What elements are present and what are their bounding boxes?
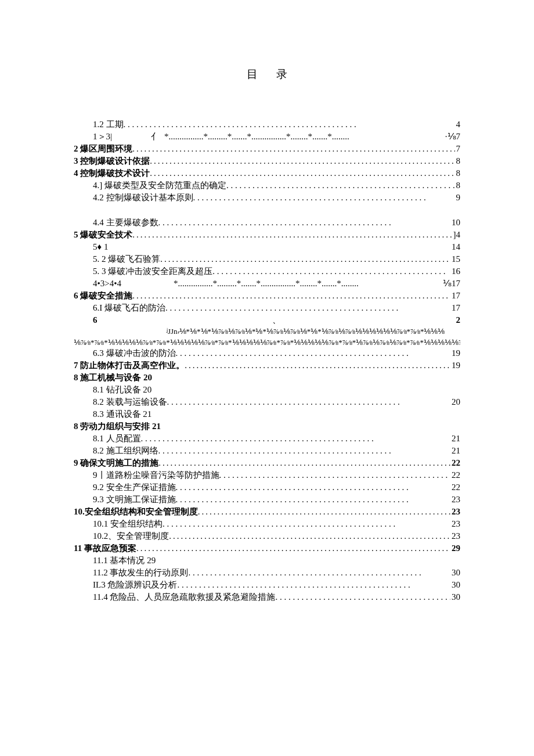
toc-leader [219, 471, 451, 480]
toc-page-num: 17 [450, 304, 460, 312]
toc-entry: 11.4 危险品、人员应急疏散救援及紧急避险措施 30 [74, 593, 460, 602]
toc-label: 9.3 文明施工保证措施 [93, 495, 176, 504]
toc-leader [150, 157, 454, 165]
toc-label: 10.2、安全管理制度 [93, 532, 169, 541]
toc-label: 9.2 安全生产保证措施 [93, 483, 176, 492]
toc-page-num: ⅟₈17 [442, 279, 460, 288]
toc-page-num: 30 [450, 593, 460, 602]
toc-entry: 5♦ 1 14 [74, 243, 460, 251]
toc-page-num: 20 [450, 398, 460, 406]
toc-label: 8 劳动力组织与安排 21 [74, 422, 161, 431]
toc-page-num: 8 [455, 181, 461, 190]
toc-entry: 4.4 主要爆破参数 10 [74, 218, 460, 227]
toc-label: 8.3 通讯设备 21 [93, 410, 151, 419]
toc-entry: 4.] 爆破类型及安全防范重点的确定 8 [74, 181, 460, 190]
toc-leader [158, 459, 450, 467]
toc-leader [169, 532, 450, 541]
toc-page-num: 23 [450, 507, 460, 516]
toc-label: 4.2 控制爆破设计基本原则 [93, 193, 193, 202]
toc-label: 11.4 危险品、人员应急疏散救援及紧急避险措施 [93, 593, 275, 602]
toc-label: 11 事故应急预案 [74, 544, 136, 553]
toc-label: 8.2 装载与运输设备 [93, 398, 167, 406]
toc-entry: 2 爆区周围环境 7 [74, 145, 460, 153]
toc-page-num: 17 [450, 291, 460, 300]
toc-entry: 6.3 爆破冲击波的防治 19 [74, 349, 460, 358]
toc-leader [212, 267, 450, 276]
toc-page-num: 8 [455, 157, 461, 165]
toc-label: 5. 2 爆破飞石验算 [93, 255, 160, 264]
toc-entry: 11 事故应急预案 29 [74, 544, 460, 553]
toc-entry: 9丨道路粉尘噪音污染等防护措施 22 [74, 471, 460, 480]
toc-label: 8.1 钻孔设备 20 [93, 386, 151, 394]
toc-label: IL3 危险源辨识及分析 [93, 581, 177, 589]
toc-leader [185, 361, 450, 370]
toc-page-num: 23 [450, 532, 460, 541]
toc-label: 2 爆区周围环境 [74, 145, 132, 153]
toc-page-num: 8 [455, 169, 461, 178]
toc-label: 6 爆破安全措施 [74, 291, 132, 300]
toc-label: 4 控制爆破技术设计 [74, 169, 150, 178]
toc-leader [177, 581, 450, 589]
toc-label: 6.I 爆破飞石的防治 [93, 304, 165, 312]
toc-label: 6 [93, 316, 98, 325]
toc-leader [136, 544, 450, 553]
toc-leader [160, 255, 450, 264]
toc-page-num: 7 [455, 145, 461, 153]
toc-page-num: 23 [450, 495, 460, 504]
garbled-text: ⅟₈⅞⁄₈*⅞⁄₈*⅟₈⅟₈⅟₈⅟₈⅟₈⅞⁄₈*⅞⁄₈*⅟₈⅟₈⅟₈⅟₈⅟₈⅞⁄… [74, 338, 460, 348]
toc-leader [132, 291, 450, 300]
toc-leader [165, 304, 450, 312]
toc-page-num: 10 [450, 218, 460, 227]
toc-entry: 9 确保文明施工的措施 22 [74, 459, 460, 467]
toc-glyph: 亻 [112, 132, 164, 141]
toc-label: 5 爆破安全技术 [74, 231, 132, 239]
toc-page-num: 23 [450, 520, 460, 528]
toc-page-num: 14 [452, 243, 460, 251]
toc-entry: 5. 2 爆破飞石验算 15 [74, 255, 460, 264]
toc-label: 11.2 事故发生的行动原则 [93, 568, 188, 577]
toc-leader [193, 193, 455, 202]
toc-entry: 8 劳动力组织与安排 21 [74, 422, 460, 431]
toc-page-num: 9 [455, 193, 461, 202]
toc-label: 8.2 施工组织网络 [93, 447, 158, 455]
toc-entry: 11.2 事故发生的行动原则 30 [74, 568, 460, 577]
toc-entry: 4 控制爆破技术设计 8 [74, 169, 460, 178]
toc-entry: 8.1 人员配置 21 [74, 434, 460, 443]
toc-label: 5. 3 爆破冲击波安全距离及超压 [93, 267, 212, 276]
toc-leader [188, 568, 450, 577]
page-title: 目录 [74, 69, 460, 80]
toc-entry: 6 爆破安全措施 17 [74, 291, 460, 300]
toc-entry: 9.3 文明施工保证措施 23 [74, 495, 460, 504]
toc-leader [141, 434, 451, 443]
toc-label: 1＞3| [93, 132, 112, 141]
toc-label: 10.安全组织结构和安全管理制度 [74, 507, 198, 516]
toc-page-num: 21 [450, 434, 460, 443]
toc-label: 4•3>4•4 [93, 279, 121, 288]
toc-page-num: 30 [450, 581, 460, 589]
toc-entry-fragment: 6 、 2 [74, 316, 460, 325]
toc-page-num: 2 [456, 316, 461, 325]
toc-leader [176, 483, 451, 492]
toc-page-num: ]4 [452, 231, 461, 239]
toc-leader [176, 349, 451, 358]
toc-label: 5♦ 1 [93, 243, 108, 251]
toc-page-num: 15 [450, 255, 460, 264]
toc-leader [132, 231, 452, 239]
toc-entry: 1＞3| 亻 ·⅟₈7 [74, 132, 460, 141]
toc-label: 6.3 爆破冲击波的防治 [93, 349, 176, 358]
toc-page-num: 4 [455, 120, 461, 129]
toc-page-num: 19 [450, 361, 460, 370]
toc-leader [124, 120, 455, 129]
toc-page: 目录 1.2 工期 4 1＞3| 亻 ·⅟₈7 2 爆区周围环境 7 3 控制爆… [0, 0, 534, 602]
toc-leader [158, 447, 451, 455]
toc-label: 9 确保文明施工的措施 [74, 459, 158, 467]
toc-page-num: 16 [450, 267, 460, 276]
toc-label: 7 防止物体打击及高空作业。 [74, 361, 185, 370]
toc-entry: 5 爆破安全技术 ]4 [74, 231, 460, 239]
toc-entry: 1.2 工期 4 [74, 120, 460, 129]
toc-leader [226, 181, 455, 190]
toc-label: 11.1 基本情况 29 [93, 556, 156, 565]
toc-entry: 8.1 钻孔设备 20 [74, 386, 460, 394]
toc-page-num: 30 [450, 568, 460, 577]
toc-page-num: 21 [450, 447, 460, 455]
